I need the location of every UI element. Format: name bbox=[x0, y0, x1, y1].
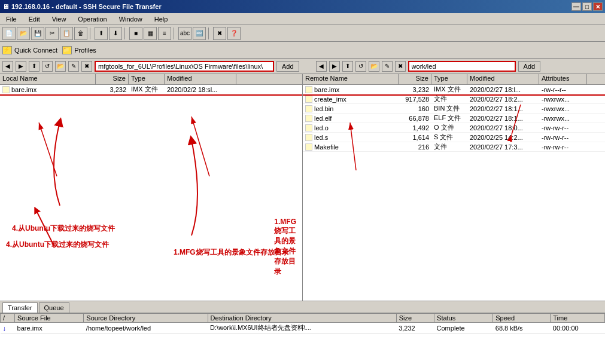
left-add-button[interactable]: Add bbox=[276, 61, 299, 72]
left-col-type[interactable]: Type bbox=[129, 74, 165, 84]
right-nav-btn-3[interactable]: ⬆ bbox=[342, 61, 353, 72]
right-file-modified-3: 2020/02/27 18:1... bbox=[467, 115, 539, 122]
file-icon-r-1 bbox=[305, 96, 312, 103]
toolbar-sep-2 bbox=[124, 27, 127, 39]
col-source-dir: Source Directory bbox=[84, 314, 208, 323]
right-file-type-5: S 文件 bbox=[431, 133, 467, 142]
file-icon-r-5 bbox=[305, 134, 312, 141]
maximize-button[interactable]: □ bbox=[582, 2, 592, 11]
left-path-input[interactable] bbox=[95, 61, 274, 72]
menu-window[interactable]: Window bbox=[115, 14, 146, 24]
menu-file[interactable]: File bbox=[2, 14, 20, 24]
right-folder-btn[interactable]: 📂 bbox=[369, 61, 379, 72]
toolbar-btn-12[interactable]: abc bbox=[178, 27, 191, 40]
title-controls: — □ ✕ bbox=[571, 2, 603, 11]
tab-transfer[interactable]: Transfer bbox=[2, 302, 38, 313]
table-row[interactable]: bare.imx 3,232 IMX 文件 2020/02/27 18:l...… bbox=[303, 85, 605, 94]
left-nav-btn-3[interactable]: ⬆ bbox=[29, 61, 39, 72]
left-folder-btn[interactable]: 📂 bbox=[55, 61, 66, 72]
right-file-size-1: 917,528 bbox=[399, 96, 431, 103]
minimize-button[interactable]: — bbox=[571, 2, 581, 11]
right-file-modified-6: 2020/02/27 17:3... bbox=[467, 143, 539, 151]
tab-queue[interactable]: Queue bbox=[39, 302, 69, 313]
transfer-source-dir-0: /home/topeet/work/led bbox=[84, 323, 208, 334]
right-edit-btn[interactable]: ✎ bbox=[382, 61, 393, 72]
quick-connect-icon: ⚡ bbox=[2, 46, 12, 54]
toolbar-btn-10[interactable]: ▦ bbox=[144, 27, 157, 40]
left-file-modified-0: 2020/02/2 18:sl... bbox=[165, 86, 236, 93]
toolbar-btn-14[interactable]: ✖ bbox=[213, 27, 226, 40]
left-col-name[interactable]: Local Name bbox=[0, 74, 96, 84]
toolbar-sep-3 bbox=[174, 27, 176, 39]
right-file-size-2: 160 bbox=[399, 105, 431, 112]
right-path-input[interactable] bbox=[408, 61, 516, 72]
left-nav-btn-1[interactable]: ◀ bbox=[2, 61, 13, 72]
col-speed: Speed bbox=[493, 314, 551, 323]
right-file-attr-4: -rw-rw-r-- bbox=[539, 124, 587, 131]
left-col-modified[interactable]: Modified bbox=[165, 74, 236, 84]
toolbar-btn-3[interactable]: 💾 bbox=[31, 27, 44, 40]
left-col-size[interactable]: Size bbox=[96, 74, 129, 84]
table-row[interactable]: led.s 1,614 S 文件 2020/02/25 14:2... -rw-… bbox=[303, 133, 605, 142]
right-file-attr-5: -rw-rw-r-- bbox=[539, 134, 587, 141]
right-col-attr[interactable]: Attributes bbox=[539, 74, 587, 84]
toolbar-btn-8[interactable]: ⬇ bbox=[109, 27, 122, 40]
left-nav-btn-2[interactable]: ▶ bbox=[16, 61, 26, 72]
quick-connect-label[interactable]: Quick Connect bbox=[14, 47, 57, 54]
table-row[interactable]: led.bin 160 BIN 文件 2020/02/27 18:1... -r… bbox=[303, 104, 605, 114]
right-file-size-4: 1,492 bbox=[399, 124, 431, 131]
left-close-btn[interactable]: ✖ bbox=[81, 61, 92, 72]
table-row[interactable]: led.elf 66,878 ELF 文件 2020/02/27 18:1...… bbox=[303, 114, 605, 123]
table-row[interactable]: bare.imx 3,232 IMX 文件 2020/02/2 18:sl... bbox=[0, 85, 302, 94]
right-file-modified-4: 2020/02/27 18:0... bbox=[467, 124, 539, 131]
toolbar-btn-11[interactable]: ≡ bbox=[158, 27, 171, 40]
right-file-attr-2: -rwxrwx... bbox=[539, 105, 587, 112]
right-file-pane: Remote Name Size Type Modified Attribute… bbox=[303, 74, 605, 301]
profiles-item[interactable]: 📁 Profiles bbox=[62, 46, 96, 54]
toolbar-btn-6[interactable]: 🗑 bbox=[74, 27, 87, 40]
toolbar-btn-4[interactable]: ✂ bbox=[45, 27, 59, 40]
quick-connect-item[interactable]: ⚡ Quick Connect bbox=[2, 46, 57, 54]
right-file-name-5: led.s bbox=[303, 134, 399, 141]
toolbar-btn-1[interactable]: 📄 bbox=[2, 27, 16, 40]
toolbar-btn-13[interactable]: 🔤 bbox=[193, 27, 206, 40]
right-col-name[interactable]: Remote Name bbox=[303, 74, 399, 84]
menu-operation[interactable]: Operation bbox=[74, 14, 110, 24]
toolbar-btn-5[interactable]: 📋 bbox=[60, 27, 73, 40]
table-row[interactable]: Makefile 216 文件 2020/02/27 17:3... -rw-r… bbox=[303, 142, 605, 152]
right-nav-btn-2[interactable]: ▶ bbox=[329, 61, 340, 72]
right-file-list: bare.imx 3,232 IMX 文件 2020/02/27 18:l...… bbox=[303, 85, 605, 301]
right-file-attr-3: -rwxrwx... bbox=[539, 115, 587, 122]
transfer-row: ↓ bare.imx /home/topeet/work/led D:\work… bbox=[1, 323, 605, 334]
toolbar-btn-9[interactable]: ■ bbox=[129, 27, 142, 40]
right-file-name-4: led.o bbox=[303, 124, 399, 131]
toolbar-btn-15[interactable]: ❓ bbox=[227, 27, 241, 40]
file-icon-r-6 bbox=[305, 143, 312, 151]
right-col-modified[interactable]: Modified bbox=[467, 74, 539, 84]
close-button[interactable]: ✕ bbox=[593, 2, 603, 11]
col-dest-dir: Destination Directory bbox=[208, 314, 396, 323]
toolbar-btn-7[interactable]: ⬆ bbox=[95, 27, 108, 40]
profiles-label[interactable]: Profiles bbox=[74, 47, 96, 54]
right-col-type[interactable]: Type bbox=[431, 74, 467, 84]
menu-help[interactable]: Help bbox=[151, 14, 172, 24]
toolbar-btn-2[interactable]: 📂 bbox=[17, 27, 30, 40]
right-close-btn[interactable]: ✖ bbox=[395, 61, 406, 72]
right-file-type-3: ELF 文件 bbox=[431, 114, 467, 123]
left-edit-btn[interactable]: ✎ bbox=[68, 61, 79, 72]
transfer-tabs: Transfer Queue bbox=[0, 301, 605, 313]
profiles-icon: 📁 bbox=[62, 46, 72, 54]
right-nav-btn-1[interactable]: ◀ bbox=[316, 61, 327, 72]
right-file-modified-1: 2020/02/27 18:2... bbox=[467, 96, 539, 103]
table-row[interactable]: create_imx 917,528 文件 2020/02/27 18:2...… bbox=[303, 94, 605, 104]
right-refresh-btn[interactable]: ↺ bbox=[355, 61, 366, 72]
menu-edit[interactable]: Edit bbox=[25, 14, 44, 24]
right-file-name-1: create_imx bbox=[303, 96, 399, 103]
left-refresh-btn[interactable]: ↺ bbox=[42, 61, 53, 72]
menu-view[interactable]: View bbox=[48, 14, 70, 24]
table-row[interactable]: led.o 1,492 O 文件 2020/02/27 18:0... -rw-… bbox=[303, 123, 605, 133]
right-col-size[interactable]: Size bbox=[399, 74, 431, 84]
transfer-source-file-0: bare.imx bbox=[15, 323, 84, 334]
left-file-type-0: IMX 文件 bbox=[129, 85, 165, 94]
right-add-button[interactable]: Add bbox=[518, 61, 541, 72]
